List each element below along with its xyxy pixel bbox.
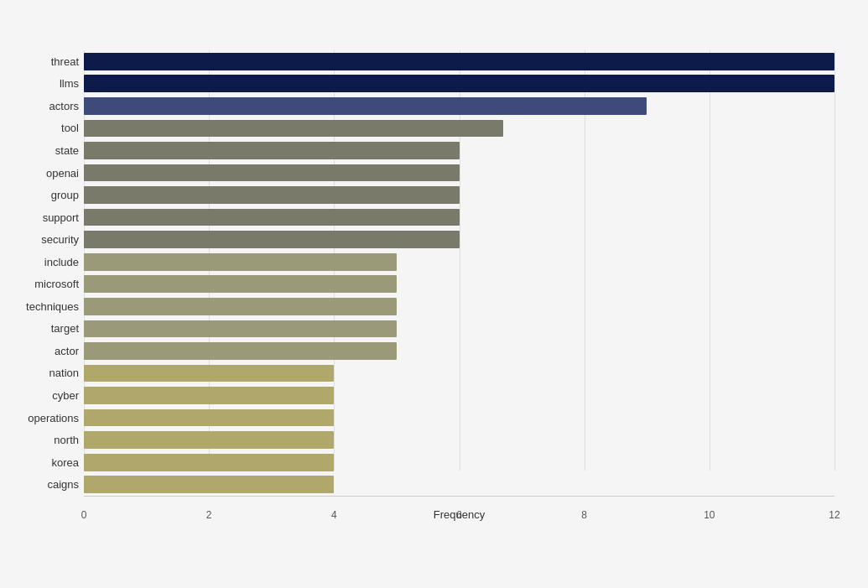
chart-area: threatllmsactorstoolstateopenaigroupsupp… bbox=[84, 50, 834, 521]
bar-label: caigns bbox=[47, 478, 79, 491]
bar-row: techniques bbox=[84, 295, 834, 318]
bar bbox=[84, 186, 460, 204]
x-tick: 8 bbox=[581, 509, 587, 521]
bar-label: group bbox=[51, 189, 79, 201]
x-axis-label: Frequency bbox=[434, 508, 485, 521]
bar-label: korea bbox=[51, 456, 79, 469]
bar-row: tool bbox=[84, 117, 834, 140]
x-axis-area: 024681012Frequency bbox=[84, 496, 834, 521]
bar-row: threat bbox=[84, 50, 834, 73]
bar bbox=[84, 320, 397, 338]
bar-row: actors bbox=[84, 95, 834, 117]
bar bbox=[84, 253, 397, 271]
bar bbox=[84, 454, 334, 471]
bar-label: actor bbox=[55, 345, 79, 357]
bar bbox=[84, 275, 397, 293]
bar bbox=[84, 387, 334, 404]
bar-label: actors bbox=[49, 100, 79, 112]
x-tick: 2 bbox=[206, 509, 212, 521]
bar-row: operations bbox=[84, 407, 834, 429]
bar-row: microsoft bbox=[84, 273, 834, 296]
bar-label: openai bbox=[46, 167, 79, 180]
bar-row: actor bbox=[84, 340, 834, 362]
bar bbox=[84, 97, 647, 115]
bar bbox=[84, 120, 503, 138]
bar-row: north bbox=[84, 429, 834, 451]
bar bbox=[84, 431, 334, 449]
bar-label: tool bbox=[61, 122, 79, 134]
bar-row: group bbox=[84, 184, 834, 206]
bar bbox=[84, 476, 334, 493]
bar bbox=[84, 365, 334, 382]
x-tick: 4 bbox=[331, 509, 337, 521]
x-tick: 12 bbox=[829, 509, 839, 521]
bar-row: caigns bbox=[84, 473, 834, 496]
bar-label: llms bbox=[60, 77, 79, 90]
bar-row: openai bbox=[84, 162, 834, 185]
bar-label: microsoft bbox=[34, 278, 79, 290]
bar-row: state bbox=[84, 139, 834, 162]
bar bbox=[84, 298, 397, 315]
bar-label: security bbox=[41, 233, 79, 246]
bar-row: target bbox=[84, 318, 834, 341]
x-axis-line bbox=[84, 496, 834, 497]
x-tick: 0 bbox=[81, 509, 87, 521]
bar-row: korea bbox=[84, 451, 834, 474]
bars-area: threatllmsactorstoolstateopenaigroupsupp… bbox=[84, 50, 834, 496]
bar-label: cyber bbox=[52, 389, 79, 402]
bar-label: nation bbox=[49, 367, 79, 379]
bar-label: support bbox=[43, 211, 79, 224]
chart-container: threatllmsactorstoolstateopenaigroupsupp… bbox=[0, 0, 868, 588]
bar-label: north bbox=[54, 434, 79, 446]
bar-row: security bbox=[84, 228, 834, 251]
bar-row: nation bbox=[84, 362, 834, 385]
bar bbox=[84, 53, 834, 70]
bar bbox=[84, 409, 334, 427]
bar-label: threat bbox=[51, 55, 79, 68]
x-tick: 10 bbox=[704, 509, 715, 521]
bar bbox=[84, 342, 397, 360]
bar bbox=[84, 231, 460, 248]
bar-row: support bbox=[84, 206, 834, 229]
bar bbox=[84, 75, 834, 92]
bar bbox=[84, 142, 460, 159]
bar-label: techniques bbox=[26, 300, 79, 313]
grid-line bbox=[834, 50, 835, 471]
bar-row: cyber bbox=[84, 384, 834, 407]
bar-label: operations bbox=[28, 412, 79, 424]
bar bbox=[84, 164, 460, 182]
bar bbox=[84, 209, 460, 226]
bar-row: llms bbox=[84, 73, 834, 96]
bar-label: target bbox=[51, 322, 79, 335]
bar-label: include bbox=[44, 256, 79, 268]
bar-row: include bbox=[84, 251, 834, 273]
bar-label: state bbox=[55, 144, 79, 157]
